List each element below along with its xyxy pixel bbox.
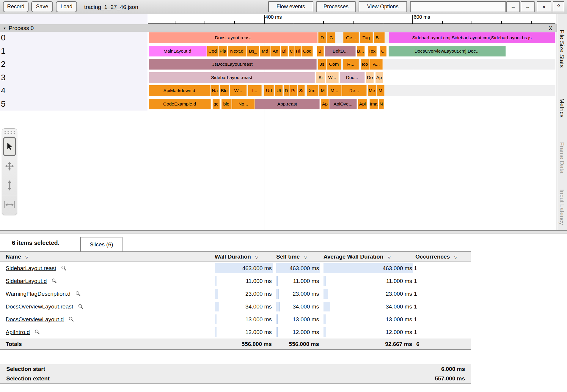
column-header-name[interactable]: Name▽ — [0, 252, 215, 262]
timeline-slice[interactable]: Js — [318, 59, 326, 70]
timeline-slice[interactable]: C — [327, 32, 335, 43]
timeline-slice[interactable]: Bl — [317, 46, 324, 56]
flow-events-button[interactable]: Flow events — [268, 1, 313, 12]
timeline-slice[interactable]: C — [289, 46, 295, 56]
timeline-slice[interactable]: Blo — [220, 85, 229, 96]
timing-tool-button[interactable] — [2, 195, 17, 214]
timeline-slice[interactable]: Ap — [321, 99, 329, 109]
find-input[interactable] — [410, 1, 506, 12]
timeline-slice[interactable]: SidebarLayout.reast — [149, 72, 315, 83]
timeline-slice[interactable]: ApiOve... — [329, 99, 357, 109]
timeline-slice[interactable]: Ima — [370, 99, 378, 109]
timeline-slice[interactable]: JsDocsLayout.reast — [149, 59, 317, 70]
timeline-slice[interactable]: W... — [326, 72, 339, 83]
timeline-slice[interactable]: Bl — [281, 46, 288, 56]
magnifier-icon[interactable] — [61, 265, 67, 271]
side-tab-frame-data[interactable]: Frame Data — [558, 142, 565, 174]
timeline-slice[interactable]: blo — [222, 99, 232, 109]
timeline-slice[interactable]: D — [318, 32, 326, 43]
pane-splitter[interactable] — [0, 230, 567, 234]
time-ruler[interactable]: 400 ms600 ms — [148, 14, 555, 24]
timeline-slice[interactable]: Ut — [275, 85, 283, 96]
timeline-slice[interactable]: Bs_ — [247, 46, 259, 56]
timeline-slice[interactable]: Me — [368, 85, 376, 96]
slice-name-link[interactable]: WarningFlagDescription.d — [6, 287, 70, 300]
timeline-slice[interactable]: A... — [370, 59, 383, 70]
help-button[interactable]: ? — [553, 1, 564, 12]
timeline-slice[interactable]: Si — [298, 85, 305, 96]
timeline-slice[interactable]: Na — [211, 85, 219, 96]
find-next-button[interactable]: → — [521, 1, 535, 12]
timeline-slice[interactable]: Tex — [368, 46, 377, 56]
tab-slices[interactable]: Slices (6) — [80, 237, 122, 251]
magnifier-icon[interactable] — [51, 278, 57, 284]
timeline-slice[interactable]: Ge... — [343, 32, 359, 43]
selection-tool-button[interactable] — [3, 137, 16, 156]
timeline-slice[interactable]: Api — [358, 99, 367, 109]
load-button[interactable]: Load — [56, 1, 77, 12]
palette-drag-handle-icon[interactable] — [4, 130, 15, 136]
side-tab-file-size-stats[interactable]: File Size Stats — [558, 30, 565, 68]
timeline-slice[interactable]: Tag — [360, 32, 373, 43]
processes-button[interactable]: Processes — [316, 1, 356, 12]
timeline-slice[interactable]: Pr — [290, 85, 297, 96]
close-process-button[interactable]: X — [549, 24, 552, 32]
timeline-slice[interactable]: SidebarLayout.cmj,SidebarLayout.cmi,Side… — [389, 32, 555, 43]
timeline-slice[interactable]: Xml — [307, 85, 318, 96]
collapse-arrow-icon[interactable]: ▼ — [3, 26, 6, 30]
timeline-slice[interactable]: Si — [316, 72, 325, 83]
timeline-slice[interactable]: N — [379, 99, 384, 109]
timeline-slice[interactable]: ge — [213, 99, 220, 109]
slice-name-link[interactable]: DocsOverviewLayout.d — [6, 313, 64, 326]
pan-tool-button[interactable] — [2, 157, 17, 176]
timeline-slice[interactable]: CodeExample.d — [149, 99, 211, 109]
timeline-slice[interactable]: R... — [343, 59, 359, 70]
timeline-slice[interactable]: Url — [264, 85, 274, 96]
slice-name-link[interactable]: SidebarLayout.reast — [6, 262, 56, 275]
column-header-occurrences[interactable]: Occurrences▽ — [415, 252, 471, 262]
column-header-average-wall-duration[interactable]: Average Wall Duration▽ — [323, 252, 413, 262]
side-tab-input-latency[interactable]: Input Latency — [558, 189, 565, 225]
column-header-wall-duration[interactable]: Wall Duration▽ — [215, 252, 273, 262]
magnifier-icon[interactable] — [78, 304, 84, 309]
record-button[interactable]: Record — [3, 1, 29, 12]
timeline-slice[interactable]: B... — [357, 46, 365, 56]
more-options-button[interactable]: » — [537, 1, 551, 12]
timeline-slice[interactable]: D — [284, 85, 290, 96]
save-button[interactable]: Save — [31, 1, 53, 12]
timeline-slice[interactable]: Cod — [207, 46, 219, 56]
slice-name-link[interactable]: SidebarLayout.d — [6, 275, 47, 287]
timeline-slice[interactable]: ApiMarkdown.d — [149, 85, 211, 96]
timeline-slice[interactable]: App.reast — [255, 99, 320, 109]
timeline-slice[interactable]: C — [380, 46, 387, 56]
find-previous-button[interactable]: ← — [506, 1, 520, 12]
view-options-button[interactable]: View Options — [359, 1, 407, 12]
slice-name-link[interactable]: DocsOverviewLayout.reast — [6, 300, 73, 313]
timeline-slice[interactable]: DocsOverviewLayout.cmj,Doc... — [389, 46, 506, 56]
timeline-slice[interactable]: MainLayout.d — [149, 46, 207, 56]
slice-name-link[interactable]: ApiIntro.d — [6, 326, 30, 339]
timeline-slice[interactable]: An — [271, 46, 280, 56]
timeline-slice[interactable]: Hi — [295, 46, 301, 56]
side-tab-metrics[interactable]: Metrics — [558, 98, 565, 117]
timeline-slice[interactable]: Pla — [219, 46, 227, 56]
timeline-slice[interactable]: Ap — [376, 72, 383, 83]
timeline-slice[interactable]: Cod — [302, 46, 313, 56]
timeline-slice[interactable]: M... — [328, 85, 342, 96]
column-header-self-time[interactable]: Self time▽ — [276, 252, 320, 262]
magnifier-icon[interactable] — [75, 291, 81, 297]
zoom-tool-button[interactable] — [2, 176, 17, 195]
timeline-slice[interactable]: W... — [230, 85, 247, 96]
timeline-slice[interactable]: Com — [327, 59, 341, 70]
timeline-slice[interactable]: BeltD... — [325, 46, 356, 56]
timeline-slice[interactable]: M — [319, 85, 327, 96]
timeline-slice[interactable]: DocsLayout.reast — [149, 32, 318, 43]
timeline-slice[interactable]: B... — [374, 32, 385, 43]
magnifier-icon[interactable] — [68, 317, 74, 322]
process-header[interactable]: ▼ Process 0 X — [0, 24, 557, 32]
timeline-slice[interactable]: Do — [366, 72, 374, 83]
timeline-slice[interactable]: I... — [248, 85, 262, 96]
timeline-slice[interactable]: Md — [260, 46, 271, 56]
timeline-slice[interactable]: Ico — [361, 59, 370, 70]
timeline-slice[interactable]: Next.d — [228, 46, 246, 56]
